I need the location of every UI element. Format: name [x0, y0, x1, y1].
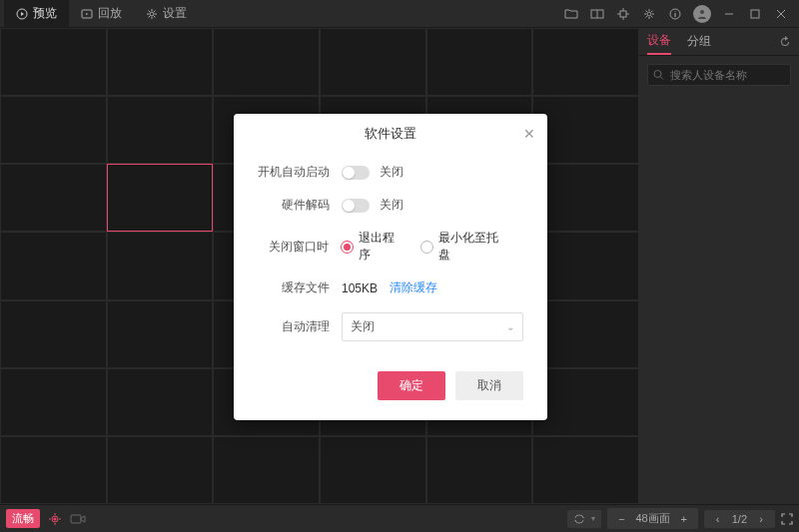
- tab-device[interactable]: 设备: [647, 28, 671, 55]
- minimize-icon[interactable]: [721, 6, 737, 22]
- svg-point-11: [54, 517, 57, 520]
- nav-tab-label: 设置: [163, 5, 187, 22]
- grid-cell[interactable]: [107, 368, 214, 436]
- grid-cell[interactable]: [532, 96, 639, 164]
- svg-rect-8: [751, 10, 759, 18]
- cancel-button[interactable]: 取消: [455, 371, 523, 400]
- radio-label: 最小化至托盘: [438, 230, 509, 264]
- radio-exit[interactable]: 退出程序: [341, 230, 405, 264]
- grid-cell[interactable]: [532, 436, 639, 504]
- grid-cell[interactable]: [532, 28, 639, 96]
- close-icon[interactable]: [773, 6, 789, 22]
- grid-cell[interactable]: [213, 28, 320, 96]
- grid-cell[interactable]: [532, 232, 639, 299]
- dialog-close-button[interactable]: ✕: [523, 126, 535, 142]
- dialog-footer: 确定 取消: [234, 365, 547, 420]
- target-icon[interactable]: [615, 6, 631, 22]
- maximize-icon[interactable]: [747, 6, 763, 22]
- grid-cell[interactable]: [107, 28, 214, 96]
- playback-icon: [81, 8, 93, 20]
- top-bar: 预览 回放 设置: [0, 0, 799, 28]
- grid-cell[interactable]: [532, 368, 639, 436]
- grid-cell[interactable]: [0, 300, 107, 368]
- grid-cell[interactable]: [213, 436, 320, 504]
- gear-icon[interactable]: [641, 6, 657, 22]
- nav-tab-label: 回放: [98, 5, 122, 22]
- svg-point-7: [700, 10, 704, 14]
- grid-cell[interactable]: [320, 436, 426, 504]
- settings-dialog: 软件设置 ✕ 开机自动启动 关闭 硬件解码 关闭 关闭窗口时 退出程序 最小化至…: [234, 114, 547, 420]
- nav-tab-settings[interactable]: 设置: [134, 0, 199, 27]
- toggle-hwdecode[interactable]: [342, 199, 370, 213]
- cache-value: 105KB: [342, 281, 378, 295]
- search-input[interactable]: [647, 64, 791, 86]
- radio-dot-icon: [420, 241, 433, 254]
- grid-cell[interactable]: [0, 28, 107, 96]
- play-circle-icon: [16, 8, 28, 20]
- clear-cache-link[interactable]: 清除缓存: [390, 279, 437, 296]
- quality-badge[interactable]: 流畅: [6, 509, 40, 528]
- grid-cell[interactable]: [107, 96, 214, 164]
- folder-icon[interactable]: [563, 6, 579, 22]
- bottombar-left: 流畅: [6, 509, 86, 528]
- refresh-icon[interactable]: [779, 36, 791, 48]
- grid-cell[interactable]: [107, 232, 214, 299]
- grid-cell-selected[interactable]: [107, 164, 214, 232]
- grid-cell[interactable]: [0, 368, 107, 436]
- grid-cell[interactable]: [107, 436, 214, 504]
- chevron-down-icon: ⌄: [506, 321, 514, 332]
- grid-cell[interactable]: [532, 164, 639, 232]
- toggle-state: 关闭: [380, 164, 403, 181]
- grid-cell[interactable]: [426, 436, 533, 504]
- row-closewin: 关闭窗口时 退出程序 最小化至托盘: [258, 230, 523, 264]
- grid-cell[interactable]: [107, 300, 214, 368]
- toggle-autostart[interactable]: [342, 166, 370, 180]
- gear-icon: [146, 8, 158, 20]
- capture-icon[interactable]: [48, 512, 62, 526]
- grid-cell[interactable]: [0, 232, 107, 299]
- radio-dot-icon: [341, 241, 354, 254]
- grid-minus-button[interactable]: −: [613, 513, 629, 525]
- dialog-title: 软件设置: [365, 125, 416, 143]
- tab-label: 分组: [687, 33, 711, 50]
- row-label: 硬件解码: [258, 197, 330, 214]
- pager-control: ‹ 1/2 ›: [704, 510, 775, 528]
- info-icon[interactable]: [667, 6, 683, 22]
- window-icon[interactable]: [589, 6, 605, 22]
- page-prev-button[interactable]: ‹: [710, 513, 726, 525]
- grid-cell[interactable]: [532, 300, 639, 368]
- row-autostart: 开机自动启动 关闭: [258, 164, 523, 181]
- radio-tray[interactable]: 最小化至托盘: [420, 230, 509, 264]
- right-panel-tabs: 设备 分组: [639, 28, 799, 56]
- fullscreen-icon[interactable]: [781, 513, 793, 525]
- row-label: 开机自动启动: [258, 164, 330, 181]
- grid-cell[interactable]: [426, 28, 533, 96]
- nav-tab-preview[interactable]: 预览: [4, 0, 69, 27]
- autoclear-select[interactable]: 关闭 ⌄: [342, 312, 523, 341]
- avatar[interactable]: [693, 5, 711, 23]
- row-label: 自动清理: [258, 318, 330, 335]
- grid-cell[interactable]: [0, 164, 107, 232]
- topnav-right: [563, 5, 795, 23]
- loop-control[interactable]: ▾: [567, 510, 601, 528]
- row-label: 关闭窗口时: [258, 239, 329, 256]
- nav-tab-playback[interactable]: 回放: [69, 0, 134, 27]
- row-autoclear: 自动清理 关闭 ⌄: [258, 312, 523, 341]
- radio-label: 退出程序: [359, 230, 406, 264]
- row-cache: 缓存文件 105KB 清除缓存: [258, 279, 523, 296]
- select-value: 关闭: [351, 318, 375, 335]
- camera-icon[interactable]: [70, 513, 86, 525]
- svg-point-2: [150, 12, 154, 16]
- grid-cell[interactable]: [320, 28, 426, 96]
- tab-group[interactable]: 分组: [687, 28, 711, 55]
- right-panel: 设备 分组: [639, 28, 799, 504]
- svg-point-5: [647, 12, 651, 16]
- bottom-bar: 流畅 ▾ − 48画面 + ‹ 1/2 ›: [0, 504, 799, 532]
- page-next-button[interactable]: ›: [753, 513, 769, 525]
- grid-cell[interactable]: [0, 436, 107, 504]
- grid-plus-button[interactable]: +: [676, 513, 692, 525]
- ok-button[interactable]: 确定: [378, 371, 445, 400]
- tab-label: 设备: [647, 32, 671, 49]
- dialog-body: 开机自动启动 关闭 硬件解码 关闭 关闭窗口时 退出程序 最小化至托盘 缓存文件…: [234, 154, 547, 365]
- grid-cell[interactable]: [0, 96, 107, 164]
